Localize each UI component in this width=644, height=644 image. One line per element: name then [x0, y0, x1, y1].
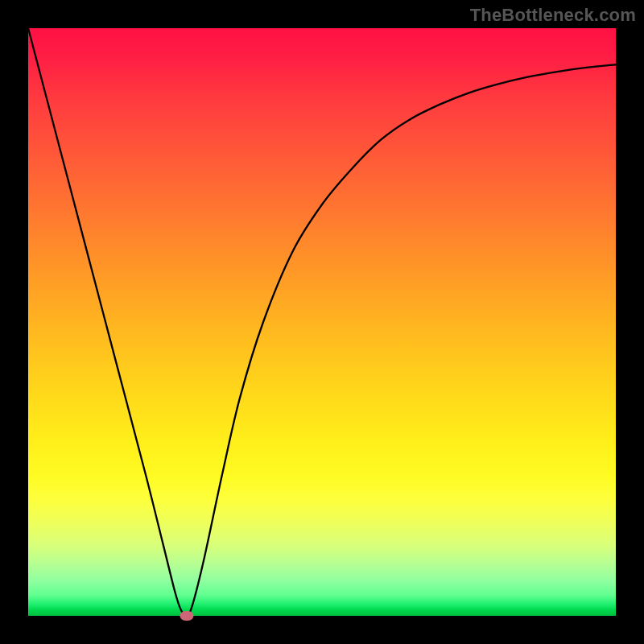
plot-area: [28, 28, 616, 616]
bottleneck-curve: [28, 28, 616, 616]
chart-frame: TheBottleneck.com: [0, 0, 644, 644]
minimum-marker: [180, 611, 194, 621]
watermark-text: TheBottleneck.com: [470, 5, 636, 26]
curve-path: [28, 28, 616, 616]
